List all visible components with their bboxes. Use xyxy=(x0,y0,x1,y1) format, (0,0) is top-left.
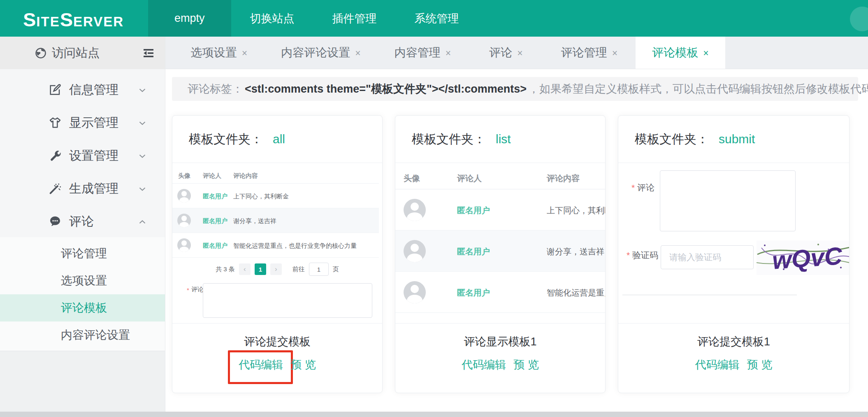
preview-table-header: 头像 评论人 评论内容 xyxy=(395,166,606,189)
sidebar-item-info-management[interactable]: 信息管理 xyxy=(0,73,165,106)
comment-textarea[interactable] xyxy=(660,170,796,231)
folder-name[interactable]: list xyxy=(496,132,511,146)
sidebar-subitem-comment-template[interactable]: 评论模板 xyxy=(0,294,165,321)
tab-comments[interactable]: 评论× xyxy=(469,37,543,69)
code-edit-label: 代码编辑 xyxy=(239,359,283,371)
banner: 评论标签：<stl:comments theme="模板文件夹"></stl:c… xyxy=(172,77,858,101)
col-header: 头像 xyxy=(178,172,190,180)
col-header: 评论内容 xyxy=(547,173,580,184)
close-icon[interactable]: × xyxy=(446,48,451,59)
sidebar-item-label: 设置管理 xyxy=(69,147,118,164)
tshirt-icon xyxy=(49,116,62,129)
preview-link[interactable]: 预 览 xyxy=(290,357,316,372)
page-unit-label: 页 xyxy=(333,266,339,273)
topnav-item-empty[interactable]: empty xyxy=(148,0,231,37)
close-icon[interactable]: × xyxy=(242,48,247,59)
avatar xyxy=(177,238,191,252)
visit-site-label: 访问站点 xyxy=(52,45,100,61)
table-row: 匿名用户 谢分享，送吉祥 xyxy=(395,231,606,272)
tab-option-settings[interactable]: 选项设置× xyxy=(173,37,265,69)
commenter-name[interactable]: 匿名用户 xyxy=(203,242,227,250)
chevron-down-icon xyxy=(137,184,148,194)
top-navigation: empty 切换站点 插件管理 系统管理 xyxy=(148,0,478,37)
tab-label: 选项设置 xyxy=(191,45,237,61)
topnav-item-plugin-management[interactable]: 插件管理 xyxy=(313,0,396,37)
edit-square-icon xyxy=(49,83,62,96)
commenter-name[interactable]: 匿名用户 xyxy=(203,217,227,225)
tab-label: 内容管理 xyxy=(395,45,441,61)
comment-content: 智能化运营是重点，也是行业竞争的核心力量 xyxy=(547,287,606,298)
folder-name[interactable]: all xyxy=(273,132,285,146)
folder-name[interactable]: submit xyxy=(719,132,755,146)
topnav-item-system-management[interactable]: 系统管理 xyxy=(396,0,478,37)
sidebar-lower-area xyxy=(0,351,165,412)
commenter-name[interactable]: 匿名用户 xyxy=(203,193,227,200)
captcha-image[interactable]: wQvC xyxy=(757,240,849,275)
comment-content: 谢分享，送吉祥 xyxy=(233,217,276,225)
comment-form: * 评论 xyxy=(172,283,382,322)
captcha-input[interactable] xyxy=(661,245,754,269)
template-card-submit: 模板文件夹： submit * 评论 * 验证码 wQvC xyxy=(618,115,849,393)
comment-textarea[interactable] xyxy=(203,283,372,318)
preview-link[interactable]: 预 览 xyxy=(513,357,539,372)
sidebar-item-comments[interactable]: 评论 xyxy=(0,205,165,238)
table-row: 匿名用户 智能化运营是重点，也是行业竞争的核心力量 xyxy=(395,272,606,313)
sidebar-item-label: 显示管理 xyxy=(69,114,118,131)
close-icon[interactable]: × xyxy=(355,48,360,59)
visit-site-row[interactable]: 访问站点 xyxy=(0,37,165,69)
sidebar-subitem-comment-management[interactable]: 评论管理 xyxy=(0,240,165,267)
sidebar: 访问站点 信息管理 xyxy=(0,37,165,412)
sidebar-item-generate-management[interactable]: 生成管理 xyxy=(0,172,165,205)
collapse-sidebar-icon[interactable] xyxy=(142,47,155,60)
topbar: SITESERVER empty 切换站点 插件管理 系统管理 xyxy=(0,0,868,37)
col-header: 头像 xyxy=(404,173,420,184)
tab-content-management[interactable]: 内容管理× xyxy=(376,37,469,69)
magic-wand-icon xyxy=(49,182,62,195)
sidebar-item-display-management[interactable]: 显示管理 xyxy=(0,106,165,139)
comment-icon xyxy=(49,215,62,228)
tab-comment-template[interactable]: 评论模板× xyxy=(636,37,725,69)
tab-content-comment-settings[interactable]: 内容评论设置× xyxy=(265,37,376,69)
prev-page-button[interactable]: ‹ xyxy=(239,263,251,275)
template-card-list: 模板文件夹： list 头像 评论人 评论内容 匿名用户 上下同心，其利断金 匿… xyxy=(395,115,606,393)
code-edit-link[interactable]: 代码编辑 xyxy=(239,357,283,372)
template-name: 评论显示模板1 xyxy=(395,334,605,349)
next-page-button[interactable]: › xyxy=(270,263,282,275)
template-preview: 头像 评论人 评论内容 匿名用户 上下同心，其利断金 匿名用户 谢分享，送吉祥 … xyxy=(395,163,605,324)
col-header: 评论内容 xyxy=(233,172,258,180)
preview-link[interactable]: 预 览 xyxy=(747,357,773,372)
sidebar-subitem-option-settings[interactable]: 选项设置 xyxy=(0,267,165,294)
banner-suffix: ，如果希望自定义模板样式，可以点击代码编辑按钮然后修改模板代码。 xyxy=(528,82,868,96)
close-icon[interactable]: × xyxy=(612,48,617,59)
required-mark: * xyxy=(627,250,630,260)
commenter-name[interactable]: 匿名用户 xyxy=(457,205,490,216)
card-title-row: 模板文件夹： all xyxy=(172,116,382,163)
avatar xyxy=(404,199,426,221)
close-icon[interactable]: × xyxy=(517,48,522,59)
goto-page-input[interactable] xyxy=(309,263,329,276)
captcha-field-label: 验证码 xyxy=(632,249,658,261)
close-icon[interactable]: × xyxy=(703,48,708,59)
chevron-down-icon xyxy=(137,118,148,128)
topnav-item-switch-site[interactable]: 切换站点 xyxy=(231,0,313,37)
commenter-name[interactable]: 匿名用户 xyxy=(457,287,490,298)
comment-field-label: 评论 xyxy=(191,286,204,294)
sidebar-item-settings-management[interactable]: 设置管理 xyxy=(0,139,165,172)
user-avatar[interactable] xyxy=(850,7,868,31)
commenter-name[interactable]: 匿名用户 xyxy=(457,246,490,257)
code-edit-link[interactable]: 代码编辑 xyxy=(695,357,740,372)
main-content: 评论标签：<stl:comments theme="模板文件夹"></stl:c… xyxy=(165,69,868,412)
sidebar-menu: 信息管理 显示管理 设置管理 xyxy=(0,73,165,238)
col-header: 评论人 xyxy=(457,173,482,184)
captcha-text: wQvC xyxy=(771,242,844,275)
code-edit-link[interactable]: 代码编辑 xyxy=(462,357,506,372)
table-row: 匿名用户 智能化运营是重点，也是行业竞争的核心力量 xyxy=(172,233,379,258)
tab-bar: 选项设置× 内容评论设置× 内容管理× 评论× 评论管理× 评论模板× xyxy=(165,37,868,69)
tab-comment-management[interactable]: 评论管理× xyxy=(543,37,636,69)
siteserver-logo[interactable]: SITESERVER xyxy=(23,0,124,37)
sidebar-item-label: 生成管理 xyxy=(69,180,118,197)
sidebar-subitem-content-comment-settings[interactable]: 内容评论设置 xyxy=(0,321,165,349)
comment-content: 智能化运营是重点，也是行业竞争的核心力量 xyxy=(233,242,357,250)
globe-icon xyxy=(35,47,47,59)
page-number-button[interactable]: 1 xyxy=(255,263,266,275)
